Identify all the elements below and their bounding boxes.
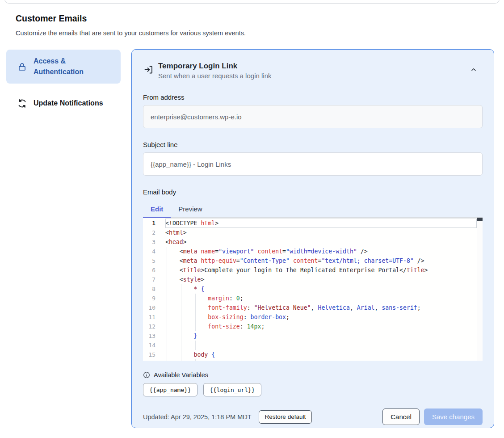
code-line: 6 <title>Complete your login to the Repl… (143, 265, 477, 275)
line-number: 14 (143, 341, 155, 350)
line-number: 10 (143, 303, 155, 312)
code-line: 8 * { (143, 284, 477, 294)
panel-footer: Updated: Apr 29, 2025, 1:18 PM MDT Resto… (143, 409, 483, 425)
line-number: 16 (143, 359, 155, 361)
code-line: 13 } (143, 331, 477, 341)
line-number: 3 (143, 237, 155, 247)
page-subtitle: Customize the emails that are sent to yo… (16, 29, 246, 37)
email-body-label: Email body (143, 188, 483, 196)
sidebar: Access & Authentication Update Notificat… (6, 50, 121, 115)
line-number: 7 (143, 275, 155, 284)
code-line: 4 <meta name="viewport" content="width=d… (143, 247, 477, 256)
sidebar-item-access-authentication[interactable]: Access & Authentication (6, 50, 121, 84)
editor-tabs: Edit Preview (143, 202, 483, 218)
subject-line-label: Subject line (143, 141, 483, 148)
code-line: 7 <style> (143, 275, 477, 284)
collapse-panel-button[interactable] (468, 64, 479, 76)
save-changes-button[interactable]: Save changes (424, 409, 483, 425)
lock-icon (17, 62, 27, 72)
line-number: 13 (143, 331, 155, 341)
code-editor[interactable]: 1<!DOCTYPE html>2<html>3<head>4 <meta na… (143, 218, 483, 361)
code-line: 9 margin: 0; (143, 294, 477, 303)
subject-line-input[interactable] (143, 152, 483, 176)
panel-header: Temporary Login Link Sent when a user re… (143, 61, 483, 81)
login-icon (143, 64, 154, 75)
variable-chips: {{app_name}} {{login_url}} (143, 383, 483, 396)
sidebar-item-update-notifications[interactable]: Update Notifications (6, 92, 121, 115)
code-line: 5 <meta http-equiv="Content-Type" conten… (143, 256, 477, 265)
cancel-button[interactable]: Cancel (382, 409, 420, 425)
variable-chip-app-name[interactable]: {{app_name}} (143, 383, 197, 396)
line-number: 9 (143, 294, 155, 303)
panel-header-text: Temporary Login Link Sent when a user re… (158, 61, 271, 81)
sidebar-item-label: Update Notifications (34, 98, 103, 109)
line-number: 11 (143, 312, 155, 322)
code-line: 15 body { (143, 350, 477, 359)
line-number: 12 (143, 322, 155, 331)
page-title: Customer Emails (16, 13, 87, 24)
code-line: 3<head> (143, 237, 477, 247)
code-line: 16 background-color: #ffffff; (143, 359, 477, 361)
variable-chip-login-url[interactable]: {{login_url}} (203, 383, 261, 396)
code-lines: 1<!DOCTYPE html>2<html>3<head>4 <meta na… (143, 218, 477, 361)
tab-edit[interactable]: Edit (143, 202, 171, 217)
temporary-login-link-panel: Temporary Login Link Sent when a user re… (131, 49, 494, 428)
previous-card-bottom-edge (4, 0, 500, 4)
line-number: 1 (143, 219, 155, 228)
line-number: 6 (143, 265, 155, 275)
code-line: 11 box-sizing: border-box; (143, 312, 477, 322)
from-address-label: From address (143, 93, 483, 101)
info-icon (143, 371, 150, 379)
sidebar-item-label: Access & Authentication (34, 56, 116, 77)
editor-scrollbar[interactable] (477, 218, 483, 361)
available-variables-label: Available Variables (154, 371, 208, 379)
editor-scrollbar-thumb[interactable] (477, 218, 483, 221)
code-line: 1<!DOCTYPE html> (143, 219, 477, 228)
code-line: 10 font-family: "Helvetica Neue", Helvet… (143, 303, 477, 312)
tab-preview[interactable]: Preview (171, 202, 210, 217)
line-number: 15 (143, 350, 155, 359)
code-line: 12 font-size: 14px; (143, 322, 477, 331)
panel-subtitle: Sent when a user requests a login link (158, 71, 271, 81)
chevron-up-icon (470, 68, 477, 75)
line-number: 5 (143, 256, 155, 265)
code-line: 14 (143, 341, 477, 350)
refresh-icon (17, 98, 27, 108)
line-number: 4 (143, 247, 155, 256)
code-line: 2<html> (143, 228, 477, 237)
line-number: 8 (143, 284, 155, 294)
from-address-input[interactable] (143, 105, 483, 128)
restore-default-button[interactable]: Restore default (259, 410, 312, 424)
available-variables-row: Available Variables (143, 371, 483, 379)
panel-title: Temporary Login Link (158, 61, 271, 71)
line-number: 2 (143, 228, 155, 237)
updated-timestamp: Updated: Apr 29, 2025, 1:18 PM MDT (143, 413, 252, 421)
